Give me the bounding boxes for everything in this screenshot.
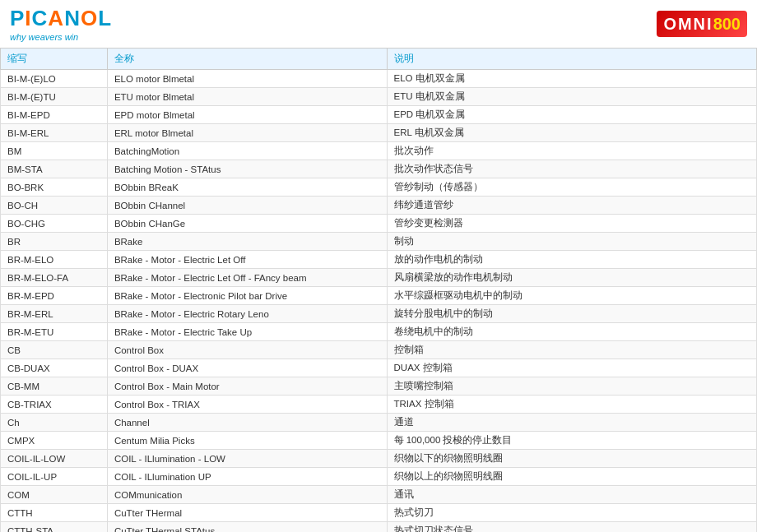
cell-abbr: CTTH-STA	[1, 522, 108, 533]
cell-full: COMmunication	[107, 486, 387, 504]
cell-desc: 织物以上的织物照明线圈	[387, 468, 756, 486]
table-row: BI-M-EPDEPD motor BlmetalEPD 电机双金属	[1, 106, 757, 124]
cell-full: COIL - ILlumination - LOW	[107, 450, 387, 468]
logo-letter-o: O	[81, 6, 98, 30]
table-row: BRBRake制动	[1, 233, 757, 251]
cell-full: BObbin CHanGe	[107, 215, 387, 233]
cell-desc: 水平综蹑框驱动电机中的制动	[387, 287, 756, 305]
logo-letter-c: C	[32, 6, 49, 30]
table-row: COMCOMmunication通讯	[1, 486, 757, 504]
cell-desc: 批次动作状态信号	[387, 160, 756, 178]
cell-full: ELO motor Blmetal	[107, 70, 387, 88]
cell-abbr: CB	[1, 341, 108, 359]
cell-full: CuTter THermal	[107, 504, 387, 522]
cell-abbr: BO-BRK	[1, 178, 108, 197]
table-row: CB-MMControl Box - Main Motor主喷嘴控制箱	[1, 377, 757, 396]
table-header-row: 缩写 全称 说明	[1, 49, 757, 70]
cell-full: Batching Motion - STAtus	[107, 160, 387, 178]
cell-desc: 每 100,000 投梭的停止数目	[387, 432, 756, 450]
header-desc: 说明	[387, 49, 756, 70]
cell-abbr: BR-M-ETU	[1, 323, 108, 341]
logo-letter-n: N	[64, 6, 81, 30]
cell-full: COIL - ILlumination UP	[107, 468, 387, 486]
cell-full: Control Box - DUAX	[107, 359, 387, 377]
header: PICANOL why weavers win OMNI800	[0, 0, 757, 48]
cell-desc: 卷绕电机中的制动	[387, 323, 756, 341]
cell-desc: 管纱制动（传感器）	[387, 178, 756, 197]
table-row: BI-M-(E)TUETU motor BlmetalETU 电机双金属	[1, 88, 757, 106]
cell-full: BatchingMotion	[107, 142, 387, 160]
cell-abbr: COIL-IL-UP	[1, 468, 108, 486]
main-table-container: 缩写 全称 说明 BI-M-(E)LOELO motor BlmetalELO …	[0, 48, 757, 532]
table-row: CTTHCuTter THermal热式切刀	[1, 504, 757, 522]
table-row: CB-DUAXControl Box - DUAXDUAX 控制箱	[1, 359, 757, 377]
cell-full: Control Box - Main Motor	[107, 377, 387, 396]
cell-abbr: BI-M-(E)TU	[1, 88, 108, 106]
table-row: BO-CHBObbin CHannel纬纱通道管纱	[1, 197, 757, 215]
table-row: BR-M-ELOBRake - Motor - Electric Let Off…	[1, 251, 757, 269]
cell-abbr: BI-M-ERL	[1, 124, 108, 142]
cell-desc: ERL 电机双金属	[387, 124, 756, 142]
cell-abbr: CB-MM	[1, 377, 108, 396]
cell-full: BRake - Motor - Electric Let Off	[107, 251, 387, 269]
cell-desc: 放的动作电机的制动	[387, 251, 756, 269]
table-row: CMPXCentum Milia Picks每 100,000 投梭的停止数目	[1, 432, 757, 450]
header-full: 全称	[107, 49, 387, 70]
cell-full: BRake - Motor - Electric Let Off - FAncy…	[107, 269, 387, 287]
cell-desc: DUAX 控制箱	[387, 359, 756, 377]
cell-full: Control Box - TRIAX	[107, 396, 387, 414]
omni-number: 800	[713, 15, 741, 34]
tagline: why weavers win	[10, 32, 112, 42]
cell-desc: 旋转分股电机中的制动	[387, 305, 756, 323]
logo-letter-a: A	[48, 6, 64, 30]
logo-letter-p: P	[10, 6, 25, 30]
table-row: CB-TRIAXControl Box - TRIAXTRIAX 控制箱	[1, 396, 757, 414]
cell-abbr: BR	[1, 233, 108, 251]
table-row: BO-CHGBObbin CHanGe管纱变更检测器	[1, 215, 757, 233]
cell-abbr: BO-CH	[1, 197, 108, 215]
cell-desc: TRIAX 控制箱	[387, 396, 756, 414]
cell-abbr: BR-M-ELO-FA	[1, 269, 108, 287]
cell-abbr: BI-M-EPD	[1, 106, 108, 124]
cell-desc: 制动	[387, 233, 756, 251]
cell-desc: 织物以下的织物照明线圈	[387, 450, 756, 468]
table-row: BR-M-ETUBRake - Motor - Electric Take Up…	[1, 323, 757, 341]
cell-desc: 风扇横梁放的动作电机制动	[387, 269, 756, 287]
table-row: BMBatchingMotion批次动作	[1, 142, 757, 160]
cell-abbr: COIL-IL-LOW	[1, 450, 108, 468]
cell-abbr: Ch	[1, 414, 108, 432]
cell-desc: 主喷嘴控制箱	[387, 377, 756, 396]
cell-full: BObbin CHannel	[107, 197, 387, 215]
omni-logo: OMNI800	[657, 11, 747, 37]
cell-full: BRake - Motor - Electric Rotary Leno	[107, 305, 387, 323]
cell-full: BObbin BReaK	[107, 178, 387, 197]
cell-full: ETU motor Blmetal	[107, 88, 387, 106]
cell-abbr: BR-M-ERL	[1, 305, 108, 323]
cell-desc: 热式切刀	[387, 504, 756, 522]
cell-desc: 热式切刀状态信号	[387, 522, 756, 533]
table-row: BR-M-ERLBRake - Motor - Electric Rotary …	[1, 305, 757, 323]
header-abbr: 缩写	[1, 49, 108, 70]
cell-full: Channel	[107, 414, 387, 432]
table-row: BR-M-ELO-FABRake - Motor - Electric Let …	[1, 269, 757, 287]
cell-abbr: BR-M-ELO	[1, 251, 108, 269]
cell-abbr: BR-M-EPD	[1, 287, 108, 305]
cell-full: Centum Milia Picks	[107, 432, 387, 450]
cell-abbr: CMPX	[1, 432, 108, 450]
cell-desc: 管纱变更检测器	[387, 215, 756, 233]
picanol-logo: PICANOL	[10, 6, 112, 31]
cell-abbr: BI-M-(E)LO	[1, 70, 108, 88]
table-row: CBControl Box控制箱	[1, 341, 757, 359]
cell-full: BRake - Motor - Electric Take Up	[107, 323, 387, 341]
table-row: BO-BRKBObbin BReaK管纱制动（传感器）	[1, 178, 757, 197]
table-row: ChChannel通道	[1, 414, 757, 432]
table-row: BI-M-(E)LOELO motor BlmetalELO 电机双金属	[1, 70, 757, 88]
cell-full: ERL motor Blmetal	[107, 124, 387, 142]
table-row: COIL-IL-UPCOIL - ILlumination UP织物以上的织物照…	[1, 468, 757, 486]
table-row: BM-STABatching Motion - STAtus批次动作状态信号	[1, 160, 757, 178]
table-row: COIL-IL-LOWCOIL - ILlumination - LOW织物以下…	[1, 450, 757, 468]
cell-abbr: COM	[1, 486, 108, 504]
table-row: BI-M-ERLERL motor BlmetalERL 电机双金属	[1, 124, 757, 142]
cell-full: EPD motor Blmetal	[107, 106, 387, 124]
cell-abbr: BM	[1, 142, 108, 160]
